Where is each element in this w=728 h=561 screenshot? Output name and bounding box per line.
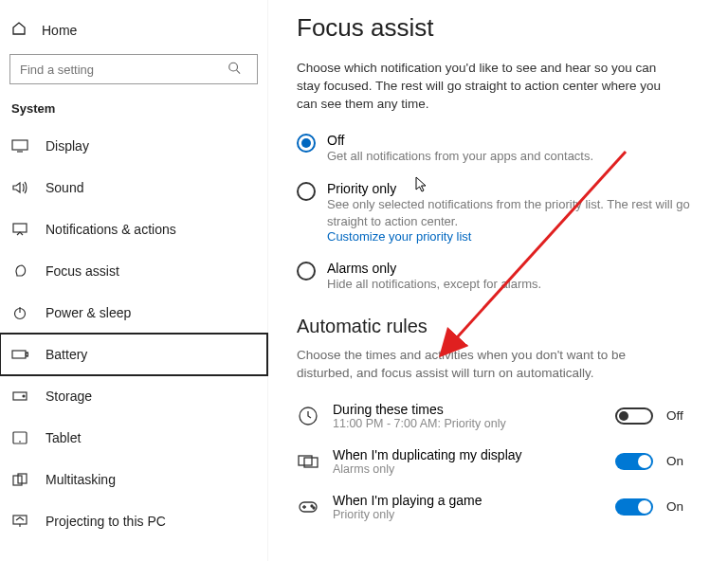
sidebar-item-label: Display — [46, 138, 89, 154]
home-label: Home — [42, 23, 77, 38]
sidebar-item-focus-assist[interactable]: Focus assist — [0, 250, 267, 292]
sidebar-nav: Display Sound Notifications & actions Fo… — [0, 125, 267, 542]
sidebar-item-battery[interactable]: Battery — [0, 334, 267, 375]
rule-subtitle: Alarms only — [333, 462, 602, 476]
rule-subtitle: Priority only — [333, 508, 602, 521]
svg-point-17 — [313, 507, 315, 509]
svg-point-16 — [311, 505, 313, 507]
sidebar-item-storage[interactable]: Storage — [0, 375, 267, 417]
storage-icon — [11, 391, 28, 401]
clock-icon — [297, 405, 319, 427]
svg-rect-2 — [13, 224, 27, 232]
settings-content: Focus assist Choose which notification y… — [268, 0, 728, 561]
sidebar-item-sound[interactable]: Sound — [0, 167, 267, 208]
radio-icon — [297, 262, 316, 280]
sidebar-item-label: Battery — [46, 347, 87, 362]
sidebar-item-label: Sound — [46, 180, 83, 195]
rule-toggle[interactable] — [615, 453, 653, 470]
notifications-icon — [11, 223, 28, 236]
home-nav[interactable]: Home — [0, 13, 267, 46]
automatic-rules-heading: Automatic rules — [297, 316, 700, 337]
rule-toggle[interactable] — [615, 407, 653, 425]
sidebar-item-power-sleep[interactable]: Power & sleep — [0, 292, 267, 334]
sidebar-item-label: Tablet — [46, 430, 81, 445]
rule-toggle-label: On — [666, 454, 695, 468]
sidebar-item-multitasking[interactable]: Multitasking — [0, 459, 267, 500]
search-row — [9, 54, 258, 84]
sidebar-item-label: Notifications & actions — [46, 222, 176, 237]
radio-desc: Hide all notifications, except for alarm… — [327, 276, 541, 293]
search-input[interactable] — [9, 54, 258, 84]
rule-title: During these times — [333, 402, 602, 417]
page-intro: Choose which notification you'd like to … — [297, 60, 676, 114]
automatic-rules-intro: Choose the times and activities when you… — [297, 347, 685, 383]
rule-title: When I'm playing a game — [333, 493, 602, 508]
focus-assist-icon — [11, 263, 28, 279]
radio-title: Off — [327, 133, 593, 148]
sidebar-section-title: System — [11, 101, 267, 116]
gamepad-icon — [297, 496, 319, 518]
rule-subtitle: 11:00 PM - 7:00 AM: Priority only — [333, 417, 602, 430]
radio-priority-only[interactable]: Priority only See only selected notifica… — [297, 181, 695, 244]
svg-rect-1 — [12, 140, 27, 150]
rule-toggle-label: On — [666, 499, 695, 514]
svg-rect-5 — [27, 353, 28, 356]
svg-rect-4 — [12, 351, 26, 358]
sidebar-item-label: Storage — [46, 389, 92, 404]
sidebar-item-label: Focus assist — [46, 263, 119, 279]
power-icon — [11, 305, 28, 320]
settings-sidebar: Home System Display Sound Notific — [0, 0, 268, 561]
rule-toggle-label: Off — [666, 408, 695, 423]
radio-alarms-only[interactable]: Alarms only Hide all notifications, exce… — [297, 261, 695, 293]
battery-icon — [11, 349, 28, 360]
multitasking-icon — [11, 473, 28, 486]
rule-title: When I'm duplicating my display — [333, 447, 602, 462]
radio-desc: See only selected notifications from the… — [327, 196, 695, 229]
sidebar-item-display[interactable]: Display — [0, 125, 267, 167]
sound-icon — [11, 180, 28, 195]
sidebar-item-label: Projecting to this PC — [46, 514, 166, 529]
display-icon — [11, 139, 28, 153]
radio-icon — [297, 134, 316, 153]
rule-during-these-times[interactable]: During these times 11:00 PM - 7:00 AM: P… — [297, 402, 695, 430]
radio-off[interactable]: Off Get all notifications from your apps… — [297, 133, 695, 165]
sidebar-item-projecting[interactable]: Projecting to this PC — [0, 500, 267, 542]
tablet-icon — [11, 431, 28, 444]
sidebar-item-label: Multitasking — [46, 472, 116, 487]
rule-playing-game[interactable]: When I'm playing a game Priority only On — [297, 493, 695, 521]
rule-duplicating-display[interactable]: When I'm duplicating my display Alarms o… — [297, 447, 695, 476]
sidebar-item-notifications[interactable]: Notifications & actions — [0, 208, 267, 250]
home-icon — [11, 21, 27, 39]
rule-toggle[interactable] — [615, 498, 653, 516]
projecting-icon — [11, 515, 28, 528]
radio-icon — [297, 182, 316, 201]
focus-mode-radio-group: Off Get all notifications from your apps… — [297, 133, 700, 293]
svg-point-7 — [23, 395, 25, 397]
radio-title: Priority only — [327, 181, 695, 196]
sidebar-item-tablet[interactable]: Tablet — [0, 417, 267, 459]
page-title: Focus assist — [297, 13, 700, 43]
duplicate-display-icon — [297, 450, 319, 473]
sidebar-item-label: Power & sleep — [46, 305, 131, 320]
radio-desc: Get all notifications from your apps and… — [327, 148, 593, 165]
customize-priority-link[interactable]: Customize your priority list — [327, 229, 695, 244]
radio-title: Alarms only — [327, 261, 541, 276]
